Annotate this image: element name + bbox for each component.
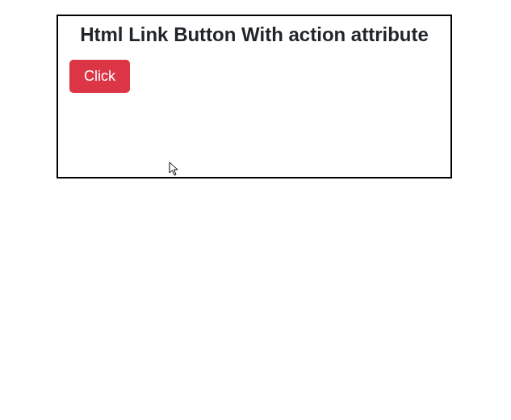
example-panel: Html Link Button With action attribute C… xyxy=(57,15,452,178)
click-button[interactable]: Click xyxy=(69,60,130,93)
cursor-icon xyxy=(169,162,180,176)
page-title: Html Link Button With action attribute xyxy=(69,23,439,47)
